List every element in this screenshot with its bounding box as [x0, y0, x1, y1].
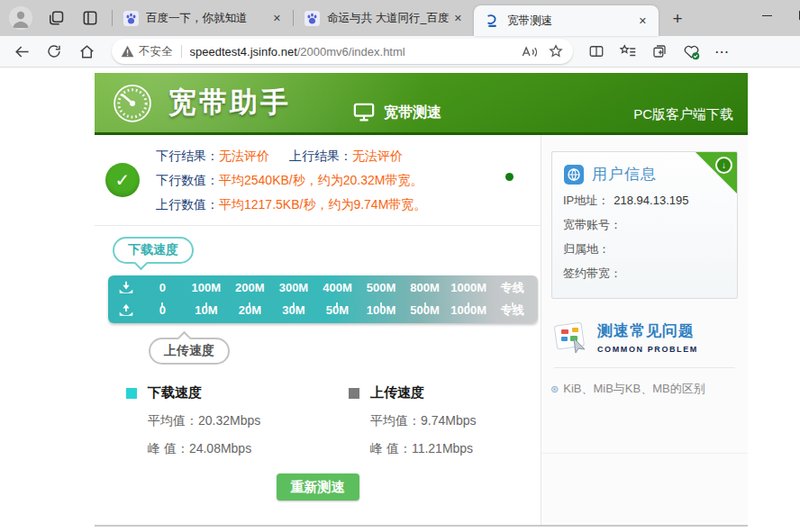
site-security-chip[interactable]: 不安全: [121, 44, 173, 59]
url-path: /2000mv6/index.html: [297, 45, 405, 59]
site-brand-title: 宽带助手: [168, 84, 291, 122]
upload-stats: 上传速度 平均值：9.74Mbps 峰 值：11.21Mbps: [349, 384, 540, 457]
upload-tick: 0: [141, 303, 185, 317]
collections-icon[interactable]: [650, 43, 668, 59]
url-host: speedtest4.jsinfo.net: [190, 45, 297, 59]
minimize-icon: [762, 15, 772, 16]
tab-bar: 百度一下，你就知道 ✕ 命运与共 大道同行_百度搜 ✕: [0, 0, 800, 36]
tab-speedtest-active[interactable]: 宽带测速 ✕: [474, 5, 659, 36]
back-button[interactable]: [9, 39, 34, 64]
vertical-tabs-icon[interactable]: [79, 7, 101, 29]
address-divider: [181, 45, 182, 58]
nav-speedtest[interactable]: 宽带测速: [352, 102, 441, 123]
upload-peak: 峰 值：11.21Mbps: [370, 441, 540, 457]
faq-subtitle: COMMON PROBLEM: [597, 345, 698, 354]
stats-section: 下载速度 平均值：20.32Mbps 峰 值：24.08Mbps 上传速度 平均…: [95, 384, 541, 457]
new-tab-button[interactable]: +: [666, 7, 689, 31]
download-peak: 峰 值：24.08Mbps: [148, 441, 317, 457]
url-text: speedtest4.jsinfo.net/2000mv6/index.html: [190, 45, 405, 59]
tab-close-icon[interactable]: ✕: [634, 14, 651, 29]
favorite-star-icon[interactable]: [548, 43, 564, 59]
tab-title: 宽带测速: [507, 14, 634, 29]
tab-baidu-home[interactable]: 百度一下，你就知道 ✕: [113, 0, 293, 36]
browser-essentials-icon[interactable]: [682, 43, 701, 60]
settings-more-icon[interactable]: ⋯: [714, 43, 730, 60]
workspaces-icon[interactable]: [45, 7, 67, 29]
download-tick-row: 0 100M 200M 300M 400M 500M 800M 1000M 专线: [112, 279, 534, 296]
split-screen-icon[interactable]: [587, 43, 605, 59]
not-secure-warning-icon: [121, 45, 134, 58]
window-controls: [748, 0, 800, 31]
success-check-icon: ✓: [105, 163, 140, 197]
results-panel: ✓ 下行结果：无法评价上行结果：无法评价 下行数值：平均2540KB/秒，约为2…: [95, 135, 541, 226]
download-swatch: [126, 388, 137, 399]
home-button[interactable]: [74, 39, 99, 64]
upload-tick: 20M: [228, 303, 272, 317]
nav-speedtest-label: 宽带测速: [384, 104, 441, 122]
sidebar-divider: [541, 453, 748, 454]
download-tick: 800M: [403, 281, 447, 294]
page-viewport: 宽带助手 宽带测速 PC版客户端下载 ✓ 下行结果：无法评价上行: [0, 68, 800, 532]
back-icon: [14, 43, 31, 60]
download-tick: 0: [141, 281, 185, 294]
corner-fold: [695, 152, 737, 194]
baidu-favicon-icon: [305, 11, 320, 26]
up-result-label: 上行结果：: [289, 149, 352, 163]
upload-tick: 专线: [490, 302, 534, 319]
refresh-button[interactable]: [41, 39, 67, 64]
download-tick: 500M: [359, 281, 404, 294]
download-tick: 200M: [228, 281, 272, 294]
tab-title: 命运与共 大道同行_百度搜: [327, 11, 450, 26]
profile-avatar[interactable]: [9, 6, 32, 30]
upload-speed-bubble[interactable]: 上传速度: [149, 338, 230, 365]
download-stats-title: 下载速度: [148, 384, 202, 401]
speedtest-favicon-icon: [485, 14, 500, 29]
download-speed-bubble[interactable]: 下载速度: [113, 237, 194, 264]
down-detail-value: 平均2540KB/秒，约为20.32M带宽。: [219, 173, 423, 187]
minimize-button[interactable]: [748, 2, 786, 29]
tab-strip: 百度一下，你就知道 ✕ 命运与共 大道同行_百度搜 ✕: [112, 0, 659, 36]
result-line-1: 下行结果：无法评价上行结果：无法评价: [156, 144, 426, 168]
user-avatar-icon: [9, 6, 32, 30]
speed-scale-bar[interactable]: 0 100M 200M 300M 400M 500M 800M 1000M 专线: [108, 275, 538, 323]
maximize-button[interactable]: [786, 2, 800, 29]
download-tick: 1000M: [447, 281, 491, 294]
download-tick: 专线: [490, 280, 534, 296]
toolbar-right-icons: ⋯: [587, 43, 730, 60]
security-label: 不安全: [139, 44, 173, 59]
down-detail-label: 下行数值：: [156, 173, 219, 187]
main-column: ✓ 下行结果：无法评价上行结果：无法评价 下行数值：平均2540KB/秒，约为2…: [95, 135, 541, 525]
speedometer-gauge-icon: [109, 79, 156, 126]
user-info-icon: [564, 165, 584, 185]
tab-baidu-search[interactable]: 命运与共 大道同行_百度搜 ✕: [294, 0, 474, 36]
download-avg: 平均值：20.32Mbps: [148, 413, 317, 429]
baidu-favicon-icon: [123, 11, 139, 26]
result-line-3: 上行数值：平均1217.5KB/秒，约为9.74M带宽。: [156, 193, 426, 217]
expand-arrow-icon[interactable]: ↓: [715, 157, 732, 174]
retest-button[interactable]: 重新测速: [277, 473, 359, 500]
upload-tick: 500M: [403, 303, 447, 317]
faq-item-kib[interactable]: ⊛KiB、MiB与KB、MB的区别: [550, 381, 739, 397]
upload-tick: 1000M: [447, 303, 491, 317]
upload-tray-icon: [112, 303, 141, 318]
upload-stats-title: 上传速度: [370, 384, 424, 401]
up-detail-label: 上行数值：: [156, 197, 219, 212]
faq-diagram-icon: [550, 317, 590, 356]
site-header: 宽带助手 宽带测速 PC版客户端下载: [95, 73, 748, 135]
upload-tick: 10M: [185, 303, 229, 317]
pc-client-download-link[interactable]: PC版客户端下载: [633, 106, 733, 123]
upload-tick: 100M: [359, 303, 404, 317]
faq-title[interactable]: 测速常见问题: [597, 320, 698, 341]
tab-close-icon[interactable]: ✕: [268, 11, 286, 26]
address-bar[interactable]: 不安全 speedtest4.jsinfo.net/2000mv6/index.…: [112, 39, 573, 64]
favorites-list-icon[interactable]: [619, 43, 637, 59]
read-aloud-icon[interactable]: [521, 44, 539, 59]
download-tick: 300M: [272, 281, 316, 294]
down-result-label: 下行结果：: [156, 149, 219, 163]
download-tick: 100M: [185, 281, 229, 294]
tab-close-icon[interactable]: ✕: [450, 11, 467, 26]
browser-toolbar: 不安全 speedtest4.jsinfo.net/2000mv6/index.…: [0, 36, 800, 68]
refresh-icon: [46, 43, 62, 59]
upload-tick-row: 0 10M 20M 30M 50M 100M 500M 1000M 专线: [112, 302, 534, 319]
download-tray-icon: [112, 281, 141, 295]
